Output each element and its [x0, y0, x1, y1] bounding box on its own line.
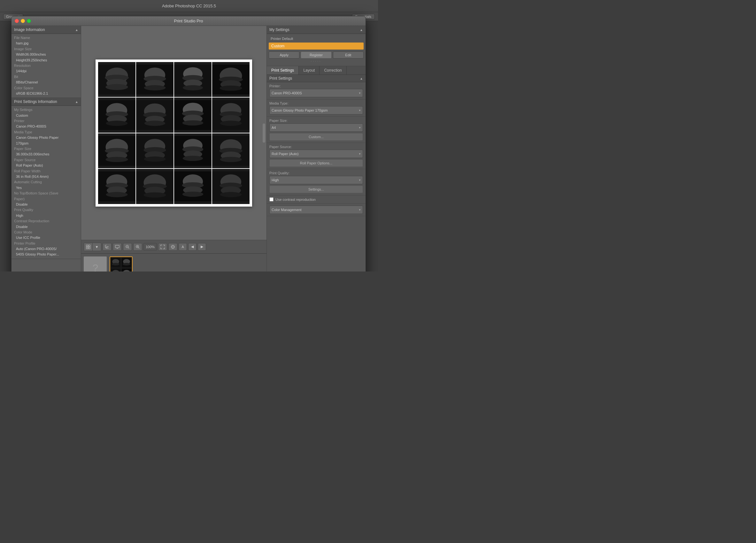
print-quality-select[interactable]: High: [269, 176, 363, 184]
settings-collapse[interactable]: ▲: [360, 28, 363, 32]
burger-image-5: [98, 97, 135, 133]
print-grid-btn[interactable]: [84, 243, 93, 251]
svg-point-88: [172, 246, 174, 247]
burger-cell-16: [212, 169, 250, 204]
svg-point-14: [183, 85, 203, 90]
image-size-label: Image Size: [12, 46, 81, 52]
my-settings-label: My Settings: [12, 107, 81, 112]
burger-image-11: [174, 133, 212, 168]
question-mark-icon: ?: [92, 262, 98, 272]
text-btn[interactable]: A: [179, 243, 187, 251]
svg-point-64: [106, 192, 128, 197]
tab-layout[interactable]: Layout: [299, 66, 320, 74]
crop-btn[interactable]: [103, 243, 112, 251]
custom-btn[interactable]: Custom...: [269, 133, 363, 141]
thumb-img-ham: [110, 256, 133, 272]
display-btn[interactable]: [113, 243, 122, 251]
color-mgmt-select[interactable]: Color Management: [269, 205, 363, 214]
canvas-area: [81, 26, 266, 240]
psp-content: Image Information ▲ File Name ham.jpg Im…: [12, 26, 366, 272]
burger-image-13: [98, 169, 135, 204]
image-info-section: Image Information ▲ File Name ham.jpg Im…: [12, 26, 81, 98]
printer-profile-label: Printer Profile: [12, 241, 81, 246]
preset-buttons: Apply Register Edit: [269, 51, 364, 58]
minimize-button[interactable]: [21, 19, 25, 23]
auto-cutting-label: Automatic Cutting: [12, 179, 81, 185]
thumb-ham[interactable]: ☑ ham.jpg: [110, 256, 133, 272]
zoom-out-btn[interactable]: [123, 243, 132, 251]
burger-image-12: [212, 133, 250, 168]
target-icon: [171, 244, 175, 249]
settings-btn[interactable]: Settings...: [269, 185, 363, 193]
no-top-label: No Top/Bottom Space (Save: [12, 190, 81, 196]
bit-value: 8Bits/Channel: [12, 80, 81, 85]
paper-source-select-wrapper: Roll Paper (Auto): [269, 150, 363, 158]
dots-divider: ·····: [269, 58, 364, 64]
media-type-select[interactable]: Canon Glossy Photo Paper 170gsm: [269, 106, 363, 114]
fit-icon: [160, 244, 165, 249]
roll-options-btn[interactable]: Roll Paper Options...: [269, 159, 363, 167]
burger-cell-7: [174, 97, 212, 133]
contrast-checkbox[interactable]: [269, 197, 274, 201]
svg-point-24: [106, 120, 128, 126]
preset-custom[interactable]: Custom: [269, 43, 364, 50]
color-space-value: sRGB IEC61966-2.1: [12, 91, 81, 96]
print-quality-value-left: High: [12, 213, 81, 218]
paper-size-select[interactable]: A4: [269, 123, 363, 132]
color-mode-label: Color Mode: [12, 229, 81, 235]
resolution-value: 144dpi: [12, 68, 81, 74]
apply-btn[interactable]: Apply: [269, 51, 299, 58]
no-top-label2: Paper): [12, 196, 81, 202]
paper-source-label-right: Paper Source:: [269, 145, 363, 149]
tab-correction[interactable]: Correction: [320, 66, 346, 74]
file-name-value: ham.jpg: [12, 41, 81, 46]
media-type-label-left: Media Type: [12, 129, 81, 135]
image-info-scroll[interactable]: ▲: [75, 28, 78, 32]
media-type-value2-left: 170gsm: [12, 141, 81, 146]
contrast-checkbox-label: Use contrast reproduction: [275, 198, 316, 201]
fit-btn[interactable]: [158, 243, 167, 251]
my-settings-header: My Settings ▲: [267, 26, 366, 34]
next-btn[interactable]: ▶: [198, 243, 206, 251]
register-btn[interactable]: Register: [301, 51, 331, 58]
bit-label: Bit: [12, 74, 81, 80]
close-button[interactable]: [15, 19, 19, 23]
burger-cell-4: [212, 62, 250, 97]
target-btn[interactable]: [168, 243, 177, 251]
zoom-in-icon: [135, 244, 140, 249]
edit-btn[interactable]: Edit: [333, 51, 364, 58]
section-collapse[interactable]: ▲: [360, 77, 363, 80]
paper-size-select-wrapper: A4: [269, 123, 363, 132]
svg-point-79: [220, 192, 242, 197]
my-settings-value: Custom: [12, 113, 81, 118]
burger-cell-9: [98, 133, 135, 168]
tab-print-settings[interactable]: Print Settings: [267, 66, 299, 74]
printer-select[interactable]: Canon PRO-4000S: [269, 89, 363, 97]
thumb-untitled[interactable]: ? ☐ Untitled-1.psd: [84, 256, 107, 272]
svg-point-74: [182, 191, 204, 197]
print-options-arrow[interactable]: ▼: [93, 243, 101, 251]
svg-point-92: [112, 263, 120, 265]
print-settings-scroll[interactable]: ▲: [75, 100, 78, 104]
maximize-button[interactable]: [27, 19, 31, 23]
print-quality-group: Print Quality: High Settings...: [267, 169, 366, 195]
print-settings-list: My Settings Custom Printer Canon PRO-400…: [12, 106, 81, 259]
color-mgmt-select-wrapper: Color Management: [269, 205, 363, 214]
color-mgmt-group: Color Management: [267, 204, 366, 216]
printer-label-right: Printer:: [269, 84, 363, 88]
file-name-label: File Name: [12, 35, 81, 41]
resolution-label: Resolution: [12, 63, 81, 68]
canvas-scroll[interactable]: [263, 123, 265, 143]
contrast-checkbox-row: Use contrast reproduction: [267, 195, 366, 204]
paper-source-select[interactable]: Roll Paper (Auto): [269, 150, 363, 158]
burger-image-14: [136, 169, 174, 204]
zoom-in-btn[interactable]: [133, 243, 142, 251]
zoom-display[interactable]: 100%: [143, 243, 157, 251]
print-options-group: ▼: [84, 243, 101, 251]
burger-cell-12: [212, 133, 250, 168]
paper-size-value-left: 36.000x33.006inches: [12, 151, 81, 157]
prev-btn[interactable]: ◀: [188, 243, 197, 251]
grid-icon: [86, 244, 90, 249]
burger-image-15: [174, 169, 212, 204]
my-settings-title: My Settings: [269, 27, 289, 32]
